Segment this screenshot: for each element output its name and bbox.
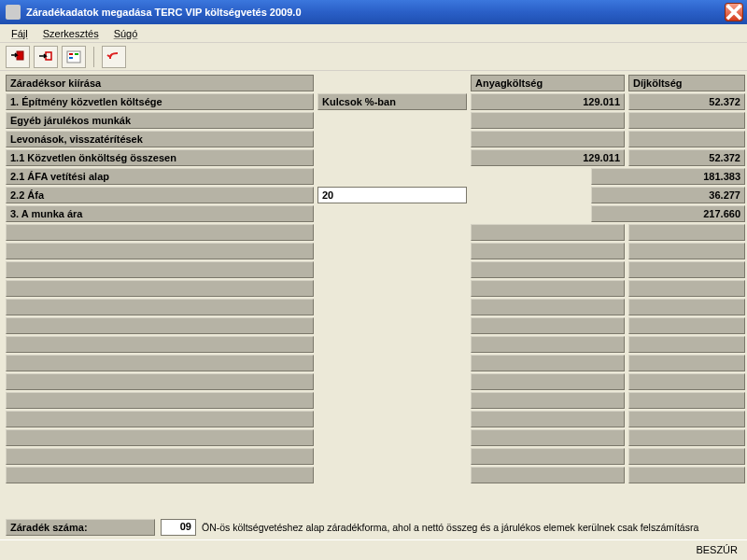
empty-c4 [628,336,745,353]
close-button[interactable] [725,3,743,21]
menubar: Fájl Szerkesztés Súgó [0,24,747,43]
empty-c4 [628,448,745,465]
row-c4 [628,131,745,147]
footer-label: Záradék száma: [6,519,155,536]
app-icon [6,5,21,20]
row-label: 1.1 Közvetlen önköltség összesen [6,149,314,166]
empty-label [6,411,314,427]
empty-label [6,261,314,278]
window-title: Záradékadatok megadása TERC VIP költségv… [26,7,725,18]
options-icon [66,49,81,64]
row-label: 2.2 Áfa [6,187,314,203]
empty-label [6,317,314,334]
import-stop-button[interactable] [6,46,30,68]
import-button[interactable] [34,46,58,68]
back-arrow-icon [106,49,121,64]
row-mid: Kulcsok %-ban [317,93,467,110]
empty-c3 [471,373,625,390]
row-c3: 129.011 [471,93,625,110]
menu-help[interactable]: Súgó [106,26,146,41]
empty-label [6,429,314,446]
empty-c4 [628,373,745,390]
options-button[interactable] [62,46,86,68]
empty-label [6,336,314,353]
empty-label [6,373,314,390]
footer-number[interactable]: 09 [161,519,196,536]
row-sum: 181.383 [591,168,745,185]
row-label: Levonások, visszatérítések [6,131,314,147]
empty-label [6,467,314,483]
empty-c3 [471,336,625,353]
empty-c4 [628,355,745,371]
afa-percent-input[interactable]: 20 [317,187,467,203]
empty-c4 [628,392,745,409]
empty-c3 [471,317,625,334]
import-icon [38,49,53,64]
import-stop-icon [10,49,25,64]
statusbar: BESZÚR [0,539,747,558]
row-c4: 52.372 [628,149,745,166]
empty-label [6,280,314,297]
row-c4: 52.372 [628,93,745,110]
row-label: 3. A munka ára [6,205,314,222]
row-label: 2.1 ÁFA vetítési alap [6,168,314,185]
empty-c4 [628,411,745,427]
toolbar [0,43,747,71]
svg-rect-3 [69,53,73,55]
empty-label [6,299,314,315]
footer-description: ÖN-ös költségvetéshez alap záradékforma,… [202,522,741,533]
header-col2-spacer [317,75,467,91]
row-sum: 36.277 [591,187,745,203]
status-mode: BESZÚR [696,544,738,555]
empty-c3 [471,392,625,409]
empty-c3 [471,411,625,427]
header-col3: Anyagköltség [471,75,625,91]
empty-c3 [471,467,625,483]
toolbar-separator [93,47,94,67]
row-sum: 217.660 [591,205,745,222]
close-icon [726,4,742,21]
header-col1: Záradéksor kiírása [6,75,314,91]
footer-row: Záradék száma: 09 ÖN-ös költségvetéshez … [6,519,741,536]
row-label: 1. Építmény közvetlen költsége [6,93,314,110]
row-c3 [471,112,625,129]
row-c3 [471,131,625,147]
empty-c3 [471,261,625,278]
empty-c4 [628,224,745,241]
empty-label [6,355,314,371]
empty-c3 [471,299,625,315]
empty-label [6,392,314,409]
empty-label [6,224,314,241]
content-area: Záradéksor kiírása Anyagköltség Díjkölts… [0,71,747,539]
empty-c4 [628,280,745,297]
menu-edit[interactable]: Szerkesztés [35,26,106,41]
empty-c4 [628,317,745,334]
empty-c3 [471,355,625,371]
empty-c4 [628,243,745,259]
titlebar: Záradékadatok megadása TERC VIP költségv… [0,0,747,24]
header-col4: Díjköltség [628,75,745,91]
empty-c4 [628,261,745,278]
svg-rect-5 [75,53,78,55]
menu-file[interactable]: Fájl [4,26,35,41]
svg-rect-4 [69,57,73,59]
empty-c4 [628,299,745,315]
empty-c4 [628,467,745,483]
row-c4 [628,112,745,129]
empty-c4 [628,429,745,446]
empty-c3 [471,280,625,297]
empty-c3 [471,429,625,446]
empty-c3 [471,448,625,465]
empty-label [6,243,314,259]
row-label: Egyéb járulékos munkák [6,112,314,129]
empty-c3 [471,243,625,259]
row-c3: 129.011 [471,149,625,166]
back-button[interactable] [102,46,126,68]
empty-c3 [471,224,625,241]
empty-label [6,448,314,465]
